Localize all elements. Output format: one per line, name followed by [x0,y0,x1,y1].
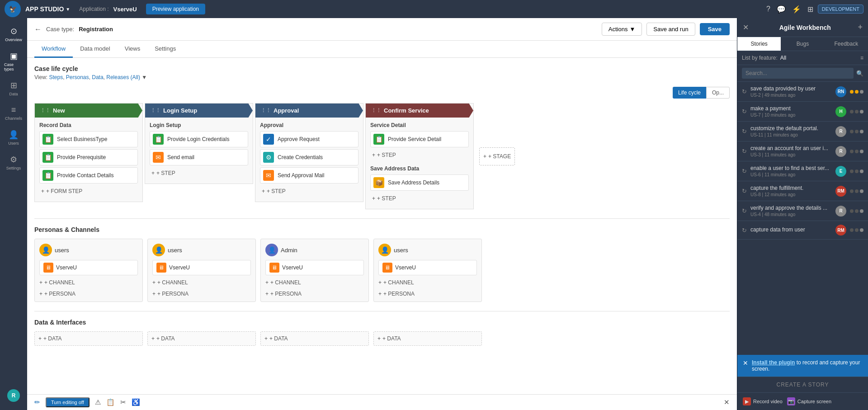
sidebar-item-settings[interactable]: ⚙ Settings [1,151,26,174]
story-item-2[interactable]: ↻ customize the default portal. US-11 | … [737,122,868,141]
persona-card-1: 👤 users 🖥 VserveU + + CHANNEL + [34,239,143,302]
view-steps-link[interactable]: Steps [49,74,63,80]
view-personas-link[interactable]: Personas [66,74,89,80]
step-select-businesstype[interactable]: 📋 Select BusinessType [39,131,138,147]
top-nav-icons: ? 💬 ⚡ ⊞ [766,5,813,14]
tab-datamodel[interactable]: Data model [73,41,117,58]
sidebar-label-settings: Settings [6,166,21,170]
step-provide-service-detail[interactable]: 📋 Provide Service Detail [370,131,469,147]
add-channel-4[interactable]: + + CHANNEL [378,278,477,287]
sidebar-item-channels[interactable]: ≡ Channels [1,102,26,124]
step-send-approval-mail[interactable]: ✉ Send Approval Mail [260,167,359,184]
add-persona-4[interactable]: + + PERSONA [378,291,477,297]
lightning-icon[interactable]: ⚡ [792,5,801,14]
panel-search: 🔍 [737,65,868,82]
sidebar-item-users[interactable]: 👤 Users [1,126,26,149]
add-channel-3[interactable]: + + CHANNEL [265,278,364,287]
story-dots-4 [850,170,863,173]
add-data-4[interactable]: + + DATA [373,331,482,346]
story-refresh-6: ↻ [742,207,747,214]
help-icon[interactable]: ? [766,5,770,13]
save-and-run-button[interactable]: Save and run [646,23,695,36]
story-item-3[interactable]: ↻ create an account for an user i... US-… [737,141,868,161]
story-item-7[interactable]: ↻ capture data from user RM [737,221,868,240]
filter-icon[interactable]: ≡ [860,55,863,61]
story-item-1[interactable]: ↻ make a payment US-7 | 10 minutes ago H [737,102,868,122]
dot-7-1 [855,228,859,232]
persona-channel-1[interactable]: 🖥 VserveU [39,260,138,275]
add-step-save-address[interactable]: + + STEP [370,193,469,204]
user-avatar-sidebar[interactable]: R [1,386,26,405]
story-meta-3: US-3 | 11 minutes ago [750,152,832,157]
plugin-banner-close[interactable]: ✕ [743,359,748,367]
tab-settings[interactable]: Settings [147,41,183,58]
story-item-5[interactable]: ↻ capture the fulfillment. US-8 | 12 min… [737,181,868,201]
step-provide-prerequisite[interactable]: 📋 Provide Prerequisite [39,149,138,165]
step-approve-request[interactable]: ✓ Approve Request [260,131,359,147]
step-send-email[interactable]: ✉ Send email [150,149,248,165]
scissors-icon[interactable]: ✂ [120,398,126,406]
clipboard-icon[interactable]: 📋 [106,398,115,406]
persona-name-1: users [55,247,69,254]
add-persona-1[interactable]: + + PERSONA [39,291,138,297]
step-provide-login-credentials[interactable]: 📋 Provide Login Credentials [150,131,248,147]
sidebar-item-casetypes[interactable]: ▣ Case types [1,47,26,75]
sidebar-item-data[interactable]: ⊞ Data [1,77,26,100]
back-button[interactable]: ← [34,25,42,33]
accessibility-icon[interactable]: ♿ [132,398,140,406]
tab-views[interactable]: Views [118,41,147,58]
header-bar: ← Case type: Registration Actions ▼ Save… [27,18,737,41]
add-persona-3[interactable]: + + PERSONA [265,291,364,297]
record-video-item[interactable]: ▶ Record video [743,397,783,405]
search-input[interactable] [742,68,854,79]
panel-tab-bugs[interactable]: Bugs [781,37,824,51]
save-button[interactable]: Save [700,23,730,35]
plugin-install-link[interactable]: Install the plugin [752,359,795,366]
preview-application-button[interactable]: Preview application [146,4,205,14]
add-step-approval[interactable]: + + STEP [260,185,359,197]
add-persona-2[interactable]: + + PERSONA [152,291,251,297]
view-releases-link[interactable]: Releases (All) [106,74,140,80]
capture-screen-item[interactable]: 📷 Capture screen [787,397,831,405]
step-save-address-details[interactable]: 📦 Save Address Details [370,174,469,191]
filter-value[interactable]: All [780,55,786,61]
create-story-button[interactable]: CREATE A STORY [737,377,868,392]
panel-close-button[interactable]: ✕ [743,23,749,32]
sidebar-item-overview[interactable]: ⊙ Overview [1,23,26,46]
story-dots-0 [850,90,863,94]
persona-channel-4[interactable]: 🖥 VserveU [378,260,477,275]
chat-icon[interactable]: 💬 [777,5,786,14]
add-data-2[interactable]: + + DATA [147,331,256,346]
app-title-dropdown[interactable]: ▼ [66,7,70,12]
add-channel-1[interactable]: + + CHANNEL [39,278,138,287]
add-channel-2[interactable]: + + CHANNEL [152,278,251,287]
step-create-credentials[interactable]: ⚙ Create Credentials [260,149,359,165]
story-item-4[interactable]: ↻ enable a user to find a best ser... US… [737,161,868,181]
grid-icon[interactable]: ⊞ [807,5,813,14]
persona-channel-3[interactable]: 🖥 VserveU [265,260,364,275]
lifecycle-button[interactable]: Life cycle [673,87,706,99]
view-data-link[interactable]: Data [92,74,103,80]
persona-channel-2[interactable]: 🖥 VserveU [152,260,251,275]
tab-workflow[interactable]: Workflow [34,41,73,58]
search-icon[interactable]: 🔍 [856,70,863,77]
add-form-step-new[interactable]: + + FORM STEP [39,185,138,197]
panel-add-button[interactable]: + [858,23,863,32]
step-provide-contact[interactable]: 📋 Provide Contact Details [39,167,138,184]
overview-icon: ⊙ [10,26,17,36]
story-item-6[interactable]: ↻ verify and approve the details ... US-… [737,201,868,221]
warning-icon[interactable]: ⚠ [95,398,101,406]
dot-0-2 [860,90,863,94]
add-step-login[interactable]: + + STEP [150,167,248,179]
close-toolbar-icon[interactable]: ✕ [724,398,730,406]
actions-button[interactable]: Actions ▼ [602,23,642,36]
add-stage-button[interactable]: + + STAGE [479,147,515,165]
add-data-3[interactable]: + + DATA [260,331,369,346]
add-data-1[interactable]: + + DATA [34,331,143,346]
add-step-service-detail[interactable]: + + STEP [370,149,469,161]
turn-editing-off-button[interactable]: Turn editing off [46,397,90,407]
panel-tab-stories[interactable]: Stories [737,37,781,51]
story-item-0[interactable]: ↻ save data provided by user US-2 | 49 m… [737,82,868,102]
panel-tab-feedback[interactable]: Feedback [825,37,868,51]
op-button[interactable]: Op... [706,87,730,99]
